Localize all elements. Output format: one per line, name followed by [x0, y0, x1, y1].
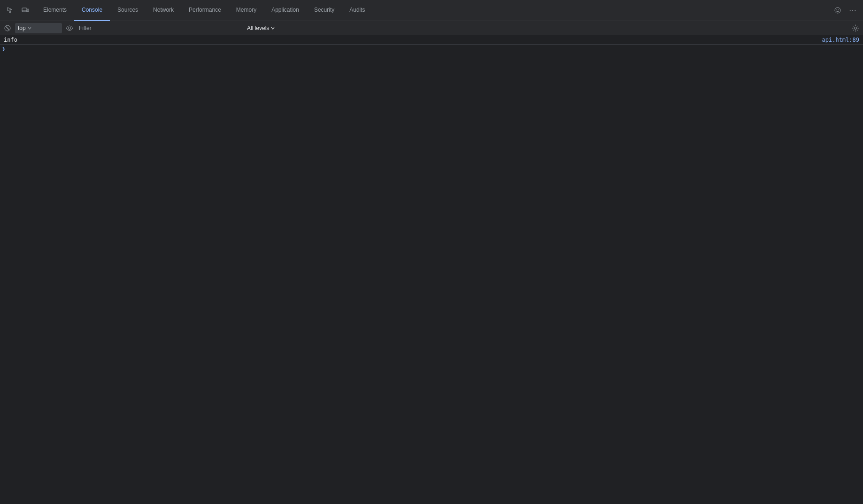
svg-rect-1 [27, 9, 29, 12]
prompt-arrow-icon: ❯ [2, 46, 8, 52]
tab-bar-right: ⋯ [831, 4, 859, 17]
tab-bar: Elements Console Sources Network Perform… [0, 0, 863, 21]
clear-console-button[interactable] [2, 23, 13, 34]
console-main: top All levels [0, 21, 863, 504]
tab-sources[interactable]: Sources [110, 0, 146, 21]
tab-application[interactable]: Application [264, 0, 307, 21]
levels-dropdown-arrow-icon [271, 26, 275, 30]
console-input-row: ❯ [0, 45, 863, 53]
tab-console[interactable]: Console [74, 0, 110, 21]
log-source-link[interactable]: api.html:89 [822, 37, 859, 43]
tab-memory[interactable]: Memory [229, 0, 264, 21]
live-expressions-button[interactable] [64, 23, 75, 34]
filter-input[interactable] [77, 25, 241, 31]
tab-performance[interactable]: Performance [181, 0, 229, 21]
device-toolbar-icon[interactable] [19, 4, 32, 17]
console-output[interactable]: info api.html:89 ❯ [0, 35, 863, 504]
console-settings-button[interactable] [850, 23, 861, 34]
tab-audits[interactable]: Audits [342, 0, 372, 21]
filter-container [77, 25, 241, 31]
svg-point-9 [855, 27, 857, 29]
tab-items: Elements Console Sources Network Perform… [32, 0, 831, 21]
more-options-icon[interactable]: ⋯ [846, 4, 859, 17]
console-input[interactable] [10, 46, 861, 52]
tab-security[interactable]: Security [307, 0, 342, 21]
context-selector[interactable]: top [15, 23, 62, 33]
svg-point-4 [836, 9, 837, 10]
svg-rect-0 [22, 8, 27, 12]
feedback-icon[interactable] [831, 4, 844, 17]
tab-elements[interactable]: Elements [36, 0, 74, 21]
console-log-entry: info api.html:89 [0, 35, 863, 45]
tab-network[interactable]: Network [146, 0, 181, 21]
log-levels-button[interactable]: All levels [243, 23, 278, 34]
log-message: info [4, 37, 822, 43]
context-dropdown-arrow-icon [28, 26, 31, 30]
inspect-element-icon[interactable] [4, 4, 17, 17]
svg-point-5 [838, 9, 839, 10]
svg-line-7 [6, 26, 9, 30]
toolbar-left [4, 4, 32, 17]
svg-point-8 [69, 27, 71, 29]
console-toolbar: top All levels [0, 21, 863, 35]
svg-point-3 [835, 8, 840, 13]
